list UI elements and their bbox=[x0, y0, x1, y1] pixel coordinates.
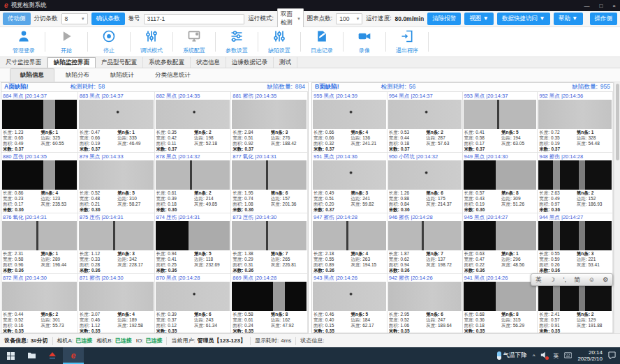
defect-thumbnail[interactable] bbox=[538, 282, 612, 311]
operate-side-button[interactable]: 操作侧 bbox=[590, 13, 618, 25]
tray-expand-caret[interactable]: ^ bbox=[533, 353, 536, 359]
defect-cell[interactable]: 944 黑点 |20:14:27 长度:0.55宽度:0.59面积:0.26米数… bbox=[538, 213, 613, 274]
view-menu-button[interactable]: 视图 ▼ bbox=[464, 13, 494, 25]
roll-number-input[interactable] bbox=[144, 14, 245, 24]
defect-thumbnail[interactable] bbox=[388, 160, 462, 190]
defect-thumbnail[interactable] bbox=[464, 282, 537, 311]
moon-icon[interactable]: ☽ bbox=[549, 276, 555, 283]
taskbar-app-2[interactable] bbox=[42, 347, 63, 364]
defect-thumbnail[interactable] bbox=[156, 221, 230, 250]
tab-test[interactable]: 测试 bbox=[274, 57, 297, 68]
system-config-button[interactable]: 系统配置 bbox=[175, 29, 214, 54]
start-button[interactable]: 开始 bbox=[47, 29, 86, 54]
keyboard-icon[interactable] bbox=[564, 352, 572, 360]
defect-thumbnail[interactable] bbox=[156, 100, 230, 129]
chart-points-dropdown[interactable]: 100 bbox=[336, 13, 362, 24]
defect-cell[interactable]: 878 黑点 |20:14:32 长度:0.61宽度:0.39面积:0.18米数… bbox=[155, 153, 232, 213]
defect-thumbnail[interactable] bbox=[156, 282, 230, 311]
record-video-button[interactable]: 录像 bbox=[345, 29, 384, 54]
defect-cell[interactable]: 882 黑点 |20:14:35 长度:0.35宽度:0.42面积:0.11米数… bbox=[155, 92, 232, 153]
defect-thumbnail[interactable] bbox=[79, 100, 154, 129]
defect-thumbnail[interactable] bbox=[79, 160, 154, 190]
taskbar-app-explorer[interactable] bbox=[21, 347, 42, 364]
defect-thumbnail[interactable] bbox=[232, 100, 307, 129]
defect-cell[interactable]: 876 氧化 |20:14:31 长度:2.31宽度:0.58面积:0.96米数… bbox=[1, 213, 78, 274]
defect-thumbnail[interactable] bbox=[313, 282, 386, 311]
run-mode-dropdown[interactable]: 双面检测 bbox=[277, 8, 304, 29]
stop-button[interactable]: 停止 bbox=[89, 29, 128, 54]
defect-cell[interactable]: 883 黑点 |20:14:37 长度:0.47宽度:0.66面积:0.19米数… bbox=[78, 92, 155, 153]
parameter-settings-button[interactable]: 参数设置 bbox=[217, 29, 256, 54]
defect-cell[interactable]: 875 压伤 |20:14:31 长度:1.12宽度:0.33面积:0.28米数… bbox=[78, 213, 155, 274]
defect-thumbnail[interactable] bbox=[2, 160, 77, 190]
maximize-button[interactable]: □ bbox=[599, 3, 603, 9]
defect-thumbnail[interactable] bbox=[232, 282, 307, 311]
defect-cell[interactable]: 872 黑点 |20:14:30 长度:0.44宽度:0.52面积:0.16米数… bbox=[1, 274, 78, 333]
tab-defect-monitor[interactable]: 缺陷监控界面 bbox=[47, 57, 96, 68]
tab-product-model-config[interactable]: 产品型号配置 bbox=[96, 57, 143, 68]
defect-thumbnail[interactable] bbox=[79, 221, 154, 250]
minimize-button[interactable]: — bbox=[584, 3, 589, 9]
start-menu-button[interactable] bbox=[0, 347, 21, 364]
tab-size-monitor[interactable]: 尺寸监控界面 bbox=[0, 57, 47, 68]
subtab-class-info-statistics[interactable]: 分类信息统计 bbox=[145, 69, 200, 82]
taskbar-app-active[interactable]: e bbox=[63, 347, 84, 364]
debug-mode-button[interactable]: 调试模式 bbox=[132, 29, 171, 54]
subtab-defect-statistics[interactable]: 缺陷统计 bbox=[101, 69, 144, 82]
notification-icon[interactable] bbox=[608, 351, 616, 361]
subtab-defect-distribution[interactable]: 缺陷分布 bbox=[56, 69, 99, 82]
defect-cell[interactable]: 949 黑点 |20:14:30 长度:0.57宽度:0.43面积:0.19米数… bbox=[463, 153, 538, 213]
defect-cell[interactable]: 955 黑点 |20:14:39 长度:0.66宽度:0.66面积:0.32米数… bbox=[312, 92, 388, 153]
tab-status-info[interactable]: 状态信息 bbox=[191, 57, 226, 68]
defect-cell[interactable]: 879 黑点 |20:14:33 长度:0.52宽度:0.48面积:0.21米数… bbox=[78, 153, 155, 213]
ime-simplified-toggle[interactable]: 简 bbox=[574, 275, 580, 285]
defect-thumbnail[interactable] bbox=[464, 100, 537, 129]
vertical-scrollbar[interactable] bbox=[614, 82, 620, 333]
defect-cell[interactable]: 952 黑点 |20:14:36 长度:0.72宽度:0.35面积:0.19米数… bbox=[538, 92, 613, 153]
defect-cell[interactable]: 947 擦伤 |20:14:28 长度:2.18宽度:0.55面积:0.89米数… bbox=[312, 213, 388, 274]
defect-cell[interactable]: 871 擦伤 |20:14:30 长度:3.07宽度:0.46面积:1.12米数… bbox=[78, 274, 155, 333]
defect-cell[interactable]: 880 压伤 |20:14:35 长度:0.86宽度:0.23面积:0.17米数… bbox=[1, 153, 78, 213]
defect-thumbnail[interactable] bbox=[464, 221, 537, 250]
defect-thumbnail[interactable] bbox=[2, 100, 77, 129]
defect-thumbnail[interactable] bbox=[2, 221, 77, 250]
defect-cell[interactable]: 951 黑点 |20:14:36 长度:0.49宽度:0.51面积:0.20米数… bbox=[312, 153, 388, 213]
defect-thumbnail[interactable] bbox=[79, 282, 154, 311]
defect-cell[interactable]: 884 黑点 |20:14:37 长度:1.23宽度:0.65面积:0.49米数… bbox=[1, 92, 78, 153]
defect-cell[interactable]: 954 黑点 |20:14:37 长度:0.53宽度:0.44面积:0.18米数… bbox=[388, 92, 463, 153]
defect-thumbnail[interactable] bbox=[538, 221, 612, 250]
defect-thumbnail[interactable] bbox=[388, 221, 462, 250]
close-button[interactable]: × bbox=[612, 3, 616, 9]
log-record-button[interactable]: 日志记录 bbox=[302, 29, 341, 54]
emoji-icon[interactable]: ☺ bbox=[589, 276, 595, 283]
defect-cell[interactable]: 946 擦伤 |20:14:28 长度:1.87宽度:0.62面积:0.94米数… bbox=[388, 213, 463, 274]
slit-count-dropdown[interactable]: 8 bbox=[61, 13, 88, 24]
tab-system-param-config[interactable]: 系统参数配置 bbox=[143, 57, 191, 68]
weather-widget[interactable]: 气温下降 bbox=[497, 351, 527, 360]
defect-thumbnail[interactable] bbox=[232, 221, 307, 250]
defect-cell[interactable]: 948 擦伤 |20:14:28 长度:2.63宽度:0.49面积:0.97米数… bbox=[538, 153, 613, 213]
defect-cell[interactable]: 953 黑点 |20:14:37 长度:0.41宽度:0.58面积:0.17米数… bbox=[463, 92, 538, 153]
scrollbar-thumb[interactable] bbox=[616, 84, 619, 160]
defect-cell[interactable]: 881 擦伤 |20:14:35 长度:2.84宽度:0.51面积:0.92米数… bbox=[231, 92, 308, 153]
subtab-defect-info[interactable]: 缺陷信息 bbox=[10, 68, 54, 82]
defect-cell[interactable]: 873 压伤 |20:14:30 长度:1.38宽度:0.29面积:0.31米数… bbox=[231, 213, 308, 274]
clear-alarm-button[interactable]: 清除报警 bbox=[427, 13, 461, 25]
defect-cell[interactable]: 870 黑点 |20:14:28 长度:0.39宽度:0.37面积:0.12米数… bbox=[155, 274, 232, 333]
defect-cell[interactable]: 877 氧化 |20:14:31 长度:1.95宽度:0.74面积:1.08米数… bbox=[231, 153, 308, 213]
defect-cell[interactable]: 869 黑点 |20:14:28 长度:0.58宽度:0.61面积:0.24米数… bbox=[231, 274, 308, 333]
defect-cell[interactable]: 942 擦伤 |20:14:26 长度:2.95宽度:0.52面积:1.06米数… bbox=[388, 274, 463, 333]
defect-thumbnail[interactable] bbox=[388, 100, 462, 129]
help-menu-button[interactable]: 帮助 ▼ bbox=[554, 13, 583, 25]
defect-cell[interactable]: 950 小凹坑 |20:14:32 长度:1.26宽度:0.88面积:0.84米… bbox=[388, 153, 463, 213]
ime-lang-toggle[interactable]: 英 bbox=[536, 275, 542, 285]
defect-thumbnail[interactable] bbox=[388, 282, 462, 311]
ime-punctuation-toggle[interactable]: ’, bbox=[563, 276, 566, 283]
defect-thumbnail[interactable] bbox=[538, 160, 612, 190]
quick-access-menu-button[interactable]: 数据快捷访问 ▼ bbox=[497, 13, 550, 25]
defect-cell[interactable]: 941 黑点 |20:14:26 长度:0.68宽度:0.36面积:0.18米数… bbox=[463, 274, 538, 333]
confirm-count-button[interactable]: 确认条数 bbox=[91, 13, 125, 25]
defect-thumbnail[interactable] bbox=[464, 160, 537, 190]
defect-cell[interactable]: 943 黑点 |20:14:26 长度:0.46宽度:0.40面积:0.15米数… bbox=[312, 274, 388, 333]
defect-thumbnail[interactable] bbox=[2, 282, 77, 311]
